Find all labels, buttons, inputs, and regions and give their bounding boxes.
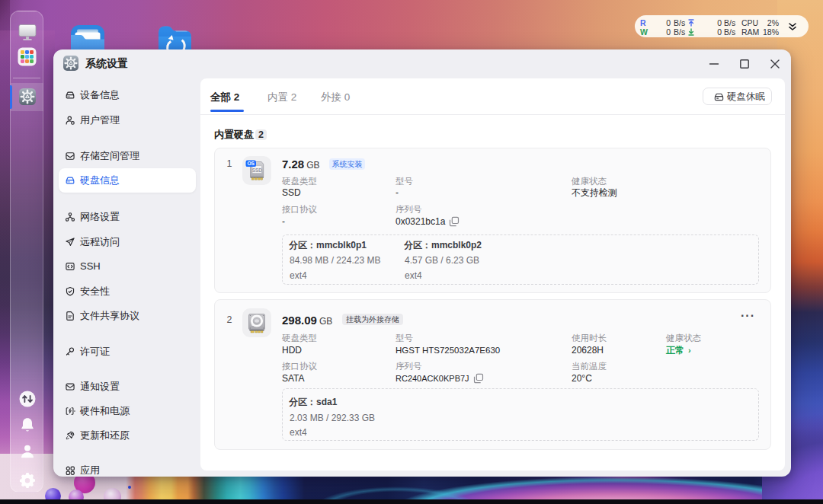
svg-text:SSD: SSD (252, 167, 263, 173)
svg-text:OS: OS (247, 161, 255, 166)
